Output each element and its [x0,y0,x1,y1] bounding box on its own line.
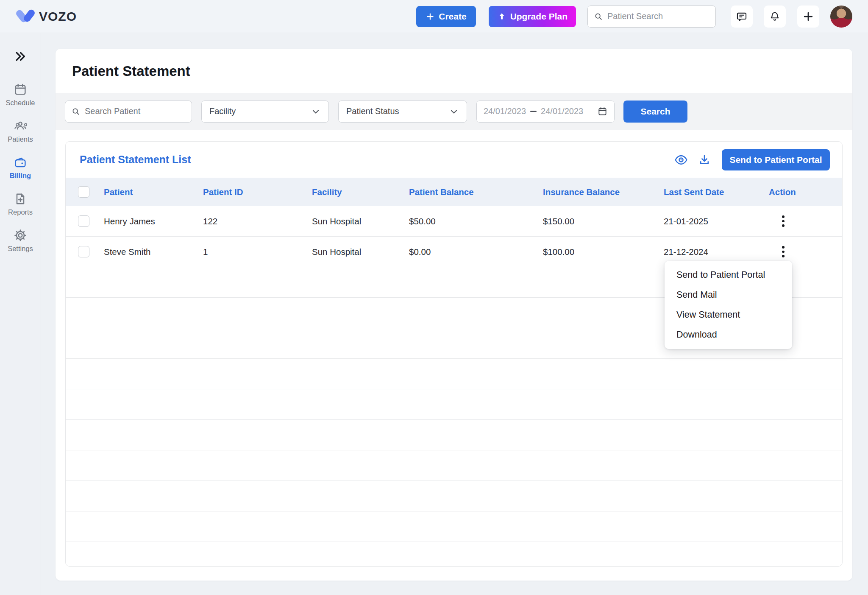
cell-patient-id: 1 [203,247,312,257]
empty-table-row [66,450,842,481]
chat-bubble-icon [736,11,747,22]
column-header-action: Action [769,187,842,197]
menu-item-send-to-patient-portal[interactable]: Send to Patient Portal [665,265,792,285]
cell-patient-balance: $50.00 [409,216,543,226]
sidebar-item-billing[interactable]: Billing [0,153,41,182]
user-avatar[interactable] [830,6,852,28]
page-title: Patient Statement [72,63,190,79]
list-title: Patient Statement List [80,154,191,166]
search-button[interactable]: Search [623,101,687,123]
patient-search-box[interactable] [587,6,716,28]
plus-icon [802,11,814,22]
send-to-patient-portal-button[interactable]: Send to Patient Portal [722,149,830,170]
notifications-button[interactable] [764,6,786,28]
empty-table-row [66,542,842,567]
column-header-patient: Patient [104,187,203,197]
cell-facility: Sun Hospital [312,247,409,257]
sidebar-item-schedule[interactable]: Schedule [0,80,41,109]
calendar-icon [598,106,607,116]
filter-bar: Facility Patient Status 24/01/2023 24/01… [56,93,852,130]
row-actions-kebab-button[interactable] [775,243,792,261]
row-actions-context-menu: Send to Patient Portal Send Mail View St… [665,261,792,349]
search-icon [71,107,81,116]
sidebar-item-label: Schedule [6,99,35,107]
empty-table-row [66,389,842,420]
sidebar-expand-button[interactable] [12,50,29,63]
cell-insurance-balance: $100.00 [543,247,664,257]
patient-search-input[interactable] [607,11,720,21]
row-checkbox[interactable] [78,215,89,227]
menu-item-download[interactable]: Download [665,325,792,345]
patient-status-select[interactable]: Patient Status [338,101,467,123]
plus-icon [426,12,435,21]
sidebar-item-reports[interactable]: Reports [0,189,41,219]
row-actions-kebab-button[interactable] [775,212,792,231]
list-header-bar: Patient Statement List Send to Patient P… [66,142,842,178]
facility-select-value: Facility [209,106,236,116]
chevron-down-icon [449,106,459,117]
date-range-dash [530,111,537,112]
table-row: Henry James 122 Sun Hospital $50.00 $150… [66,206,842,237]
patients-group-icon [14,119,27,133]
vozo-heart-icon [17,8,34,25]
cell-patient: Steve Smith [104,247,203,257]
sidebar-item-label: Patients [8,135,33,143]
bell-icon [769,11,780,22]
calendar-icon [14,83,27,96]
preview-eye-button[interactable] [674,153,688,167]
row-checkbox[interactable] [78,246,89,257]
top-bar: VOZO Create Upgrade Plan [0,0,868,33]
empty-table-row [66,359,842,389]
gear-icon [14,229,27,242]
cell-facility: Sun Hospital [312,216,409,226]
create-button[interactable]: Create [416,6,476,27]
patient-statement-list-card: Patient Statement List Send to Patient P… [65,141,843,567]
empty-table-row [66,420,842,450]
date-range-field[interactable]: 24/01/2023 24/01/2023 [476,101,615,123]
select-all-checkbox[interactable] [78,186,89,198]
sidebar-item-label: Settings [8,245,33,253]
cell-last-sent-date: 21-01-2025 [664,216,769,226]
brand-name: VOZO [39,9,77,24]
cell-last-sent-date: 21-12-2024 [664,247,769,257]
sidebar: Schedule Patients Billing Reports Settin… [0,33,41,595]
empty-table-row [66,481,842,511]
messages-button[interactable] [731,6,753,28]
download-button[interactable] [698,154,711,166]
column-header-insurance-balance: Insurance Balance [543,187,664,197]
column-header-patient-id: Patient ID [203,187,312,197]
table-header-row: Patient Patient ID Facility Patient Bala… [66,178,842,206]
patient-status-select-value: Patient Status [346,106,399,116]
menu-item-view-statement[interactable]: View Statement [665,305,792,325]
cell-patient: Henry James [104,216,203,226]
wallet-icon [14,156,27,169]
column-header-last-sent-date: Last Sent Date [664,187,769,197]
column-header-patient-balance: Patient Balance [409,187,543,197]
sidebar-item-settings[interactable]: Settings [0,226,41,255]
report-file-plus-icon [14,192,27,206]
sidebar-item-label: Reports [8,208,33,216]
sidebar-item-label: Billing [10,172,31,180]
chevron-down-icon [311,106,321,117]
column-header-facility: Facility [312,187,409,197]
search-icon [594,12,603,21]
cell-patient-id: 122 [203,216,312,226]
upgrade-plan-button[interactable]: Upgrade Plan [489,6,576,27]
search-patient-input[interactable] [85,106,197,116]
date-from-value: 24/01/2023 [484,106,526,116]
add-button[interactable] [797,6,819,28]
upload-arrow-icon [497,12,506,21]
vozo-logo[interactable]: VOZO [17,8,77,25]
empty-table-row [66,511,842,542]
cell-patient-balance: $0.00 [409,247,543,257]
date-to-value: 24/01/2023 [541,106,583,116]
double-chevron-right-icon [14,50,27,63]
cell-insurance-balance: $150.00 [543,216,664,226]
menu-item-send-mail[interactable]: Send Mail [665,285,792,305]
facility-select[interactable]: Facility [201,101,329,123]
sidebar-item-patients[interactable]: Patients [0,116,41,146]
search-patient-field[interactable] [65,101,192,123]
